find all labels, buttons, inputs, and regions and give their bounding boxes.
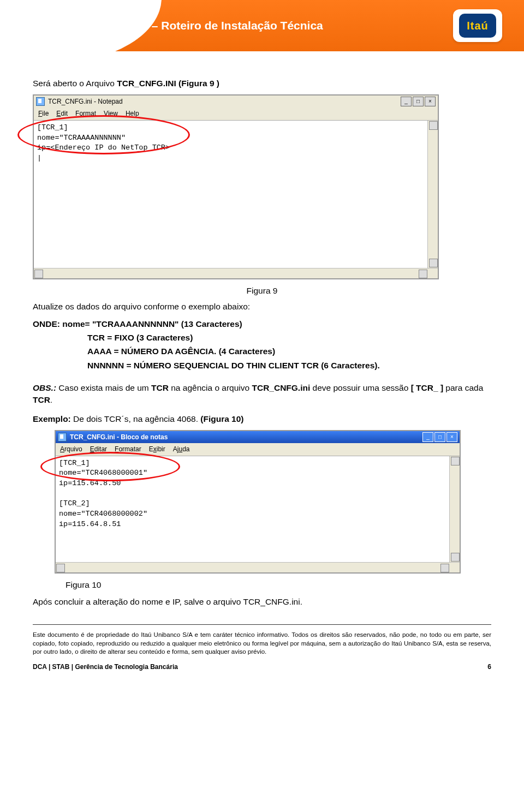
menu-file[interactable]: File — [38, 109, 49, 118]
notepad1-scrollbar-horizontal[interactable] — [34, 268, 438, 278]
intro-text-prefix: Será aberto o Arquivo — [33, 79, 117, 88]
maximize-button[interactable]: □ — [434, 432, 445, 442]
obs-tcr1: TCR — [151, 383, 169, 392]
notepad1-scrollbar-vertical[interactable] — [427, 121, 438, 268]
page-header: RIT – Roteiro de Instalação Técnica Itaú — [0, 0, 524, 51]
obs-file: TCR_CNFG.ini — [252, 383, 310, 392]
onde-line1: ONDE: nome= "TCRAAAANNNNNN" (13 Caracter… — [33, 318, 491, 330]
obs-label: OBS.: — [33, 383, 56, 392]
close-button[interactable]: × — [425, 97, 436, 106]
obs-sess: [ TCR_ ] — [411, 383, 443, 392]
obs-paragraph: OBS.: Caso exista mais de um TCR na agên… — [33, 382, 491, 405]
menu-view-rest: iew — [108, 110, 118, 117]
menu-ajuda[interactable]: Ajuda — [173, 445, 190, 454]
update-instruction: Atualize os dados do arquivo conforme o … — [33, 301, 491, 312]
notepad2-scrollbar-vertical[interactable] — [449, 456, 460, 562]
notepad2-content[interactable]: [TCR_1] nome="TCR4068000001" ip=115.64.8… — [56, 456, 449, 562]
obs-t3: deve possuir uma sessão — [310, 383, 410, 392]
notepad2-scrollbar-horizontal[interactable] — [56, 562, 460, 572]
example-text: De dois TCR´s, na agência 4068. — [71, 414, 201, 423]
notepad-window-fig9: TCR_CNFG.ini - Notepad _ □ × File Edit F… — [33, 94, 439, 279]
menu-help-rest: elp — [130, 110, 139, 117]
notepad1-menubar: File Edit Format View Help — [34, 108, 438, 121]
page-number: 6 — [487, 662, 491, 672]
obs-t1: Caso exista mais de um — [56, 383, 151, 392]
menu-format-rest: rmat — [83, 110, 96, 117]
menu-exibir[interactable]: Exibir — [149, 445, 165, 454]
obs-tcr2: TCR — [33, 395, 50, 404]
onde-line2: TCR = FIXO (3 Caracteres) — [33, 332, 491, 343]
minimize-button[interactable]: _ — [401, 97, 412, 106]
minimize-button[interactable]: _ — [422, 432, 433, 442]
page-footer: DCA | STAB | Gerência de Tecnologia Banc… — [33, 662, 491, 683]
onde-line3: AAAA = NÚMERO DA AGÊNCIA. (4 Caracteres) — [33, 345, 491, 357]
notepad2-title: TCR_CNFG.ini - Bloco de notas — [70, 433, 168, 442]
brand-logo-text: Itaú — [459, 14, 496, 38]
menu-view[interactable]: View — [104, 109, 118, 118]
obs-t2: na agência o arquivo — [169, 383, 252, 392]
after-save-instruction: Após concluir a alteração do nome e IP, … — [33, 596, 491, 607]
example-line: Exemplo: De dois TCR´s, na agência 4068.… — [33, 413, 491, 425]
notepad2-titlebar: TCR_CNFG.ini - Bloco de notas _ □ × — [56, 431, 460, 443]
notepad2-menubar: Arquivo Editar Formatar Exibir Ajuda — [56, 443, 460, 456]
footer-left: DCA | STAB | Gerência de Tecnologia Banc… — [33, 662, 178, 672]
example-figref: (Figura 10) — [200, 414, 243, 423]
notepad1-title: TCR_CNFG.ini - Notepad — [48, 97, 123, 106]
obs-t5: . — [50, 395, 52, 404]
notepad1-content[interactable]: [TCR_1] nome="TCRAAAANNNNNN" ip=<Endereç… — [34, 121, 427, 268]
menu-edit[interactable]: Edit — [56, 109, 68, 118]
intro-paragraph: Será aberto o Arquivo TCR_CNFG.INI (Figu… — [33, 77, 491, 89]
intro-filename: TCR_CNFG.INI — [117, 79, 176, 88]
disclaimer-text: Este documento é de propriedade do Itaú … — [33, 631, 491, 656]
menu-help[interactable]: Help — [126, 109, 139, 118]
brand-logo: Itaú — [453, 9, 502, 42]
example-prefix: Exemplo: — [33, 414, 71, 423]
menu-editar[interactable]: Editar — [90, 445, 107, 454]
onde-line4: NNNNNN = NÚMERO SEQUENCIAL DO THIN CLIEN… — [33, 360, 491, 371]
notepad-icon — [58, 433, 67, 441]
menu-formatar[interactable]: Formatar — [115, 445, 141, 454]
notepad-icon — [36, 97, 45, 106]
close-button[interactable]: × — [446, 432, 457, 442]
menu-arquivo[interactable]: Arquivo — [60, 445, 82, 454]
intro-text-suffix: (Figura 9 ) — [176, 79, 219, 88]
notepad1-titlebar: TCR_CNFG.ini - Notepad _ □ × — [34, 95, 438, 108]
figure9-label: Figura 9 — [33, 285, 491, 296]
menu-file-rest: ile — [42, 110, 49, 117]
maximize-button[interactable]: □ — [413, 97, 424, 106]
menu-format[interactable]: Format — [75, 109, 96, 118]
figure10-label: Figura 10 — [66, 579, 491, 590]
obs-t4: para cada — [443, 383, 483, 392]
menu-edit-rest: dit — [61, 110, 68, 117]
notepad-window-fig10: TCR_CNFG.ini - Bloco de notas _ □ × Arqu… — [55, 430, 461, 574]
footer-divider — [33, 624, 491, 625]
